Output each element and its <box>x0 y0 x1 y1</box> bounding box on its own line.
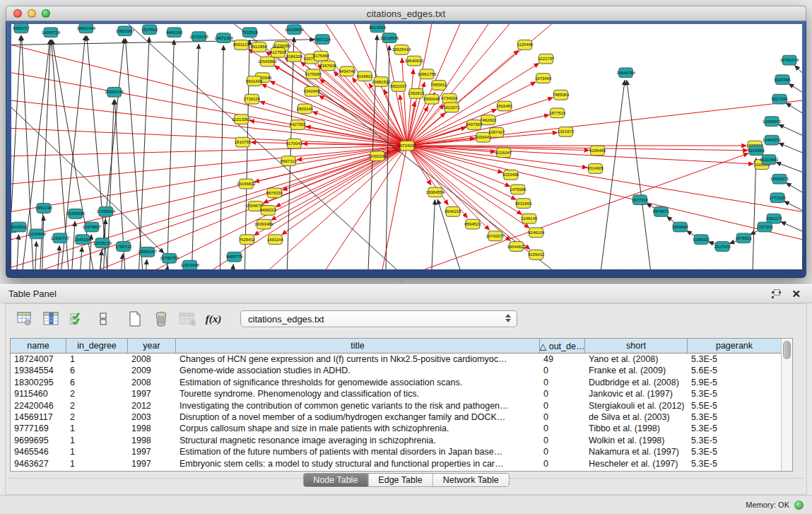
network-edge[interactable] <box>425 153 748 269</box>
network-node[interactable]: 1125498 <box>517 40 534 50</box>
network-node[interactable]: 9514905 <box>587 164 604 174</box>
network-node[interactable]: 1816481 <box>496 101 513 111</box>
network-edge[interactable] <box>81 247 82 269</box>
network-edge[interactable] <box>776 163 802 173</box>
column-header-title[interactable]: title <box>176 339 540 353</box>
network-edge[interactable] <box>779 124 802 135</box>
network-node[interactable]: 16961758 <box>418 69 437 79</box>
network-node[interactable]: 8215955 <box>748 146 765 156</box>
network-edge[interactable] <box>282 146 407 235</box>
network-node[interactable]: 1650694 <box>672 222 689 232</box>
network-node[interactable]: 8979471 <box>653 207 670 217</box>
column-header-short[interactable]: short <box>585 339 688 353</box>
network-node[interactable]: 1362615 <box>408 88 425 98</box>
column-header-name[interactable]: name <box>11 339 66 353</box>
network-node[interactable]: 14671358 <box>214 33 233 43</box>
table-row[interactable]: 1872400712008Changes of HCN gene express… <box>11 354 781 365</box>
network-node[interactable]: 2367608 <box>320 61 337 71</box>
network-edge[interactable] <box>35 242 37 269</box>
network-node[interactable]: 1545194 <box>74 235 91 245</box>
network-node[interactable]: 19166822 <box>237 179 256 189</box>
network-node[interactable]: 1221797 <box>538 54 554 64</box>
network-edge[interactable] <box>17 235 18 269</box>
network-edge[interactable] <box>627 81 651 269</box>
network-node[interactable]: 2017470 <box>714 242 731 252</box>
network-node[interactable]: 1248145 <box>521 214 538 223</box>
network-edge[interactable] <box>601 81 625 269</box>
network-node[interactable]: 9485779 <box>226 252 243 262</box>
network-node[interactable]: 1067427 <box>488 127 505 137</box>
network-node[interactable]: 18661044 <box>76 24 95 33</box>
network-node[interactable]: 10975887 <box>82 222 101 232</box>
network-node[interactable]: 1771035 <box>769 193 786 203</box>
panel-splitter[interactable] <box>0 278 812 284</box>
network-node[interactable]: 8912954 <box>251 42 268 52</box>
network-node[interactable]: 2803144 <box>297 104 314 114</box>
network-node[interactable]: 17359924 <box>96 207 115 217</box>
network-node[interactable]: 20053346 <box>105 87 124 97</box>
network-edge[interactable] <box>220 45 223 269</box>
network-edge[interactable] <box>786 103 802 113</box>
network-node[interactable]: 9153496 <box>502 170 519 180</box>
network-node[interactable]: 11156889 <box>28 229 46 239</box>
network-edge[interactable] <box>58 246 59 269</box>
network-node[interactable]: 9498222 <box>260 206 276 216</box>
network-node[interactable]: 1321672 <box>558 127 574 136</box>
table-row[interactable]: 911546021997Tourette syndrome. Phenomeno… <box>11 388 781 399</box>
network-node[interactable]: 16782759 <box>160 253 179 263</box>
network-window-titlebar[interactable]: citations_edges.txt <box>6 6 806 21</box>
network-node[interactable]: 9170043 <box>286 139 303 148</box>
row-height-button[interactable] <box>93 308 114 329</box>
close-panel-icon[interactable]: ✕ <box>792 289 801 298</box>
float-panel-icon[interactable] <box>772 289 781 298</box>
network-edge[interactable] <box>287 37 294 269</box>
network-edge[interactable] <box>270 81 407 146</box>
network-node[interactable]: 9242848 <box>304 86 321 96</box>
memory-status-indicator[interactable] <box>794 501 804 510</box>
network-node[interactable]: 7857224 <box>314 35 331 45</box>
network-node[interactable]: 12213363 <box>232 115 251 124</box>
network-node[interactable]: 16093489 <box>254 219 273 229</box>
network-edge[interactable] <box>789 83 802 92</box>
table-row[interactable]: 1938455462009Genome-wide association stu… <box>11 365 781 376</box>
network-node[interactable]: 12505135 <box>93 238 112 248</box>
column-header-in_degree[interactable]: in_degree <box>66 339 128 353</box>
network-node[interactable]: 19218596 <box>380 33 399 43</box>
network-node[interactable]: 8186328 <box>286 52 303 62</box>
network-node[interactable]: 6466160 <box>166 28 183 37</box>
network-edge[interactable] <box>11 100 407 146</box>
network-node[interactable]: 1973469 <box>535 74 552 83</box>
network-node[interactable]: 9531963 <box>515 199 532 209</box>
network-edge[interactable] <box>266 52 407 146</box>
network-edge[interactable] <box>126 39 143 269</box>
network-node[interactable]: 7515528 <box>242 28 259 37</box>
network-node[interactable]: 10653287 <box>115 26 134 36</box>
network-node[interactable]: 9901438 <box>246 76 263 86</box>
network-edge[interactable] <box>11 40 314 45</box>
network-node[interactable]: 12093872 <box>763 117 782 127</box>
network-node[interactable]: 1810755 <box>235 137 252 147</box>
network-node[interactable]: 12923448 <box>180 260 199 269</box>
network-node[interactable]: 18640910 <box>405 56 424 66</box>
network-node[interactable]: 14055724 <box>42 28 61 37</box>
table-mode-button[interactable] <box>14 308 35 329</box>
network-node[interactable]: 8990448 <box>423 94 440 104</box>
network-node[interactable]: 9246104 <box>528 228 545 238</box>
network-edge[interactable] <box>146 259 147 269</box>
network-edge[interactable] <box>213 146 407 269</box>
network-edge[interactable] <box>167 40 175 269</box>
network-node[interactable]: 20206556 <box>66 209 86 218</box>
network-edge[interactable] <box>233 264 233 269</box>
network-edge[interactable] <box>192 45 199 269</box>
network-node[interactable]: 1727103 <box>756 222 773 232</box>
network-node[interactable]: 9546155 <box>445 207 461 217</box>
network-node[interactable]: 16033809 <box>285 25 304 35</box>
network-node[interactable]: 10543862 <box>258 57 277 66</box>
network-node[interactable]: 7485083 <box>553 90 570 100</box>
network-edge[interactable] <box>122 254 123 269</box>
network-node[interactable]: 1795722 <box>115 242 131 252</box>
network-node[interactable]: 1891238 <box>35 204 52 214</box>
network-node[interactable]: 12342737 <box>51 233 70 243</box>
network-node[interactable]: 9175685 <box>305 69 322 79</box>
network-node[interactable]: 1691144 <box>267 235 284 245</box>
